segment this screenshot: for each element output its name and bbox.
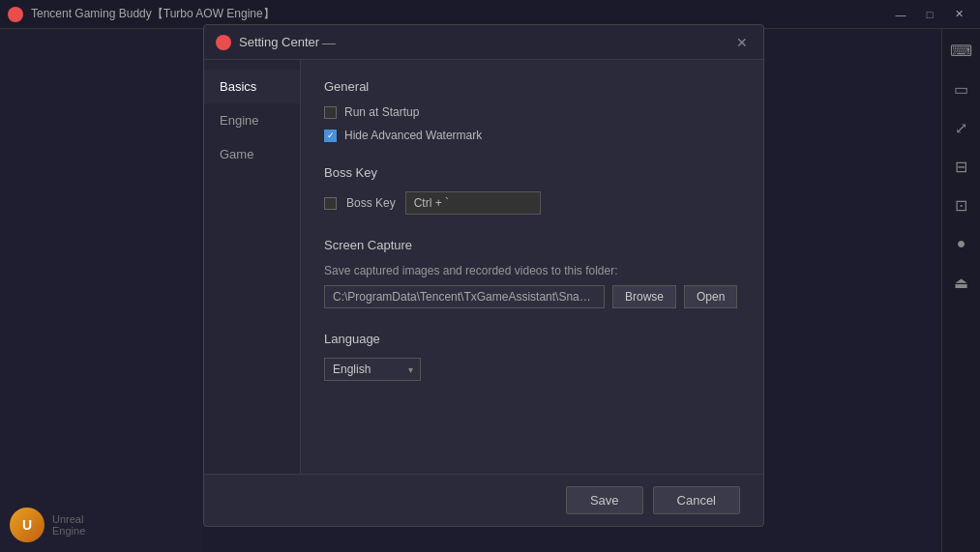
boss-key-label: Boss Key (346, 196, 396, 210)
dialog-close-button[interactable]: ✕ (732, 33, 752, 52)
save-button[interactable]: Save (566, 486, 643, 514)
close-button[interactable]: ✕ (945, 5, 972, 24)
left-sidebar: U UnrealEngine (0, 29, 203, 552)
capture-description: Save captured images and recorded videos… (324, 264, 740, 277)
language-title: Language (324, 332, 740, 346)
nav-item-game[interactable]: Game (204, 137, 300, 171)
cancel-button[interactable]: Cancel (653, 486, 740, 514)
capture-path-row: C:\ProgramData\Tencent\TxGameAssistant\S… (324, 285, 740, 308)
dialog-content: General Run at Startup Hide Advanced Wat… (301, 60, 763, 474)
logo-text: UnrealEngine (52, 513, 85, 537)
keyboard-icon[interactable]: ⌨ (950, 39, 973, 62)
dialog-minimize-button[interactable]: — (319, 33, 339, 52)
exit-icon[interactable]: ⏏ (950, 271, 973, 294)
logo-icon: U (10, 508, 45, 542)
nav-item-engine[interactable]: Engine (204, 103, 300, 137)
minimize-button[interactable]: — (887, 5, 914, 24)
dialog-titlebar: Setting Center — ✕ (204, 25, 763, 60)
phone-icon[interactable]: ▭ (950, 77, 973, 101)
boss-key-section: Boss Key Boss Key (324, 165, 740, 215)
screen-capture-title: Screen Capture (324, 238, 740, 252)
language-section: Language English Chinese (Simplified) Ch… (324, 332, 740, 381)
screen-capture-section: Screen Capture Save captured images and … (324, 238, 740, 308)
browse-button[interactable]: Browse (612, 285, 676, 308)
crop-icon[interactable]: ⊡ (950, 193, 973, 217)
open-button[interactable]: Open (684, 285, 737, 308)
hide-watermark-row: Hide Advanced Watermark (324, 129, 740, 142)
expand-icon[interactable]: ⤢ (950, 116, 973, 139)
record-icon[interactable]: ● (950, 232, 973, 255)
dialog-title: Setting Center (239, 35, 319, 49)
run-at-startup-checkbox[interactable] (324, 106, 337, 119)
boss-key-row: Boss Key (324, 191, 740, 215)
maximize-button[interactable]: □ (916, 5, 943, 24)
right-sidebar: ⌨ ▭ ⤢ ⊟ ⊡ ● ⏏ (941, 29, 980, 552)
capture-path-display: C:\ProgramData\Tencent\TxGameAssistant\S… (324, 285, 605, 308)
boss-key-checkbox[interactable] (324, 197, 337, 210)
nav-item-basics[interactable]: Basics (204, 70, 300, 103)
run-at-startup-row: Run at Startup (324, 105, 740, 119)
hide-watermark-checkbox[interactable] (324, 130, 337, 142)
run-at-startup-label: Run at Startup (344, 105, 419, 119)
language-select[interactable]: English Chinese (Simplified) Chinese (Tr… (324, 358, 421, 381)
dialog-logo-icon (216, 35, 231, 50)
dialog-body: Basics Engine Game General Run at Startu… (204, 60, 763, 474)
app-icon (8, 7, 23, 22)
language-select-wrapper: English Chinese (Simplified) Chinese (Tr… (324, 358, 421, 381)
settings-dialog: Setting Center — ✕ Basics Engine Game Ge… (203, 24, 764, 527)
window-icon[interactable]: ⊟ (950, 155, 973, 178)
boss-key-title: Boss Key (324, 165, 740, 180)
app-title: Tencent Gaming Buddy【Turbo AOW Engine】 (31, 6, 275, 22)
general-title: General (324, 79, 740, 94)
bottom-logo: U UnrealEngine (10, 508, 85, 542)
boss-key-input[interactable] (405, 191, 541, 215)
dialog-footer: Save Cancel (204, 474, 763, 526)
dialog-nav: Basics Engine Game (204, 60, 301, 474)
titlebar-controls: — □ ✕ (887, 5, 972, 24)
hide-watermark-label: Hide Advanced Watermark (344, 129, 482, 142)
general-section: General Run at Startup Hide Advanced Wat… (324, 79, 740, 142)
